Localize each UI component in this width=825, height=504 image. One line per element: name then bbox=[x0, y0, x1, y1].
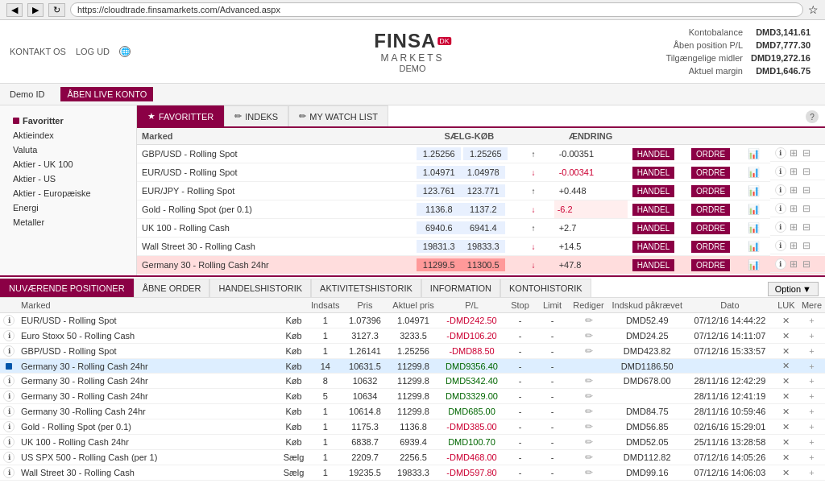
tab-watchlist[interactable]: ✏ MY WATCH LIST bbox=[288, 105, 388, 126]
add-icon[interactable]: ⊞ bbox=[788, 147, 799, 159]
edit-icon[interactable]: ✏ bbox=[585, 375, 593, 386]
remove-icon[interactable]: ⊟ bbox=[801, 258, 812, 270]
more-icon[interactable]: + bbox=[809, 331, 814, 341]
info-icon[interactable]: ℹ bbox=[775, 166, 786, 177]
row-info-icon[interactable]: ℹ bbox=[3, 315, 15, 326]
chart-icon[interactable]: 📊 bbox=[746, 241, 761, 252]
tab-abne-order[interactable]: ÅBNE ORDER bbox=[134, 279, 210, 297]
handel-button[interactable]: HANDEL bbox=[632, 259, 675, 271]
info-icon[interactable]: ℹ bbox=[775, 240, 786, 251]
handel-button[interactable]: HANDEL bbox=[632, 204, 675, 216]
close-icon[interactable]: ✕ bbox=[782, 407, 790, 416]
handel-button[interactable]: HANDEL bbox=[632, 185, 675, 197]
info-icon[interactable]: ℹ bbox=[775, 258, 786, 270]
chart-icon[interactable]: 📊 bbox=[746, 204, 761, 215]
remove-icon[interactable]: ⊟ bbox=[801, 147, 812, 159]
chart-icon[interactable]: 📊 bbox=[746, 148, 761, 159]
edit-icon[interactable]: ✏ bbox=[585, 421, 593, 432]
logout-link[interactable]: LOG UD bbox=[76, 47, 110, 56]
sidebar-item-metaller[interactable]: Metaller bbox=[6, 215, 130, 229]
info-icon[interactable]: ℹ bbox=[775, 184, 786, 196]
ordre-button[interactable]: ORDRE bbox=[691, 204, 730, 216]
more-icon[interactable]: + bbox=[809, 468, 814, 477]
tab-indeks[interactable]: ✏ INDEKS bbox=[224, 105, 288, 126]
chart-icon[interactable]: 📊 bbox=[746, 259, 761, 271]
edit-icon[interactable]: ✏ bbox=[585, 406, 593, 417]
remove-icon[interactable]: ⊟ bbox=[801, 166, 812, 177]
live-account-button[interactable]: ÅBEN LIVE KONTO bbox=[60, 87, 153, 101]
close-icon[interactable]: ✕ bbox=[782, 391, 790, 401]
more-icon[interactable]: + bbox=[809, 452, 814, 462]
more-icon[interactable]: + bbox=[809, 391, 814, 401]
ordre-button[interactable]: ORDRE bbox=[691, 222, 730, 234]
handel-button[interactable]: HANDEL bbox=[632, 167, 675, 179]
sidebar-item-uk100[interactable]: Aktier - UK 100 bbox=[6, 157, 130, 171]
ordre-button[interactable]: ORDRE bbox=[691, 259, 730, 271]
add-icon[interactable]: ⊞ bbox=[788, 240, 799, 251]
chart-icon[interactable]: 📊 bbox=[746, 167, 761, 178]
bookmark-button[interactable]: ☆ bbox=[808, 3, 819, 16]
add-icon[interactable]: ⊞ bbox=[788, 221, 799, 233]
sidebar-item-favoritter[interactable]: Favoritter bbox=[6, 114, 130, 128]
tab-favoritter[interactable]: ★ FAVORITTER bbox=[137, 105, 224, 126]
handel-button[interactable]: HANDEL bbox=[632, 222, 675, 234]
more-icon[interactable]: + bbox=[809, 407, 814, 416]
sidebar-item-valuta[interactable]: Valuta bbox=[6, 143, 130, 157]
back-button[interactable]: ◀ bbox=[6, 3, 23, 17]
more-icon[interactable]: + bbox=[809, 422, 814, 432]
edit-icon[interactable]: ✏ bbox=[585, 436, 593, 448]
chart-icon[interactable]: 📊 bbox=[746, 222, 761, 233]
close-icon[interactable]: ✕ bbox=[782, 376, 790, 386]
sidebar-item-aktieindex[interactable]: Aktieindex bbox=[6, 128, 130, 143]
remove-icon[interactable]: ⊟ bbox=[801, 203, 812, 214]
more-icon[interactable]: + bbox=[809, 376, 814, 386]
more-icon[interactable]: + bbox=[809, 437, 814, 447]
tab-kontohistorik[interactable]: KONTOHISTORIK bbox=[500, 279, 591, 297]
remove-icon[interactable]: ⊟ bbox=[801, 184, 812, 196]
ordre-button[interactable]: ORDRE bbox=[691, 167, 730, 179]
row-info-icon[interactable]: ℹ bbox=[3, 452, 15, 463]
sidebar-item-us[interactable]: Aktier - US bbox=[6, 171, 130, 186]
remove-icon[interactable]: ⊟ bbox=[801, 221, 812, 233]
sidebar-item-energi[interactable]: Energi bbox=[6, 200, 130, 215]
close-icon[interactable]: ✕ bbox=[782, 316, 790, 325]
info-icon[interactable]: ℹ bbox=[775, 221, 786, 233]
edit-icon[interactable]: ✏ bbox=[585, 467, 593, 478]
row-info-icon[interactable]: ℹ bbox=[3, 330, 15, 341]
close-icon[interactable]: ✕ bbox=[782, 452, 790, 462]
add-icon[interactable]: ⊞ bbox=[788, 166, 799, 177]
row-info-icon[interactable]: ℹ bbox=[3, 375, 15, 386]
ordre-button[interactable]: ORDRE bbox=[691, 185, 730, 197]
forward-button[interactable]: ▶ bbox=[27, 3, 44, 17]
row-info-icon[interactable]: ℹ bbox=[3, 390, 15, 402]
close-icon[interactable]: ✕ bbox=[782, 422, 790, 432]
option-button[interactable]: Option ▼ bbox=[768, 282, 819, 296]
tab-information[interactable]: INFORMATION bbox=[421, 279, 500, 297]
info-icon[interactable]: ℹ bbox=[775, 203, 786, 214]
tab-positioner[interactable]: NUVÆRENDE POSITIONER bbox=[0, 279, 134, 297]
contact-link[interactable]: KONTAKT OS bbox=[10, 47, 66, 56]
ordre-button[interactable]: ORDRE bbox=[691, 148, 730, 160]
remove-icon[interactable]: ⊟ bbox=[801, 240, 812, 251]
row-info-icon[interactable]: ℹ bbox=[3, 436, 15, 448]
more-icon[interactable]: + bbox=[809, 316, 814, 325]
sidebar-item-europaeiske[interactable]: Aktier - Europæiske bbox=[6, 186, 130, 200]
add-icon[interactable]: ⊞ bbox=[788, 203, 799, 214]
close-icon[interactable]: ✕ bbox=[782, 468, 790, 477]
edit-icon[interactable]: ✏ bbox=[585, 330, 593, 341]
row-info-icon[interactable]: ℹ bbox=[3, 421, 15, 432]
add-icon[interactable]: ⊞ bbox=[788, 258, 799, 270]
close-icon[interactable]: ✕ bbox=[782, 437, 790, 447]
info-icon[interactable]: ℹ bbox=[775, 147, 786, 159]
close-icon[interactable]: ✕ bbox=[782, 331, 790, 341]
close-icon[interactable]: ✕ bbox=[782, 346, 790, 356]
refresh-button[interactable]: ↻ bbox=[48, 3, 65, 17]
chart-icon[interactable]: 📊 bbox=[746, 185, 761, 196]
tab-handelshistorik[interactable]: HANDELSHISTORIK bbox=[209, 279, 311, 297]
edit-icon[interactable]: ✏ bbox=[585, 390, 593, 402]
handel-button[interactable]: HANDEL bbox=[632, 241, 675, 253]
edit-icon[interactable]: ✏ bbox=[585, 452, 593, 463]
more-icon[interactable]: + bbox=[809, 346, 814, 356]
ordre-button[interactable]: ORDRE bbox=[691, 241, 730, 253]
more-icon[interactable]: + bbox=[809, 361, 814, 371]
